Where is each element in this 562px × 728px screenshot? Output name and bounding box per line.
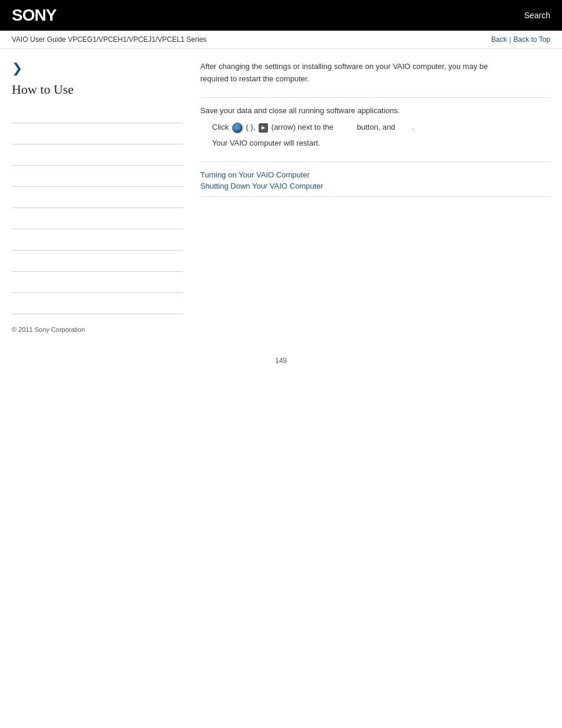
sidebar-nav-link[interactable]: [12, 172, 14, 180]
list-item: [12, 144, 183, 166]
list-item: [12, 208, 183, 229]
step-1-text: Save your data and close all running sof…: [200, 106, 400, 115]
sidebar-nav-link[interactable]: [12, 130, 14, 138]
intro-text-line1: After changing the settings or installin…: [200, 62, 488, 71]
step-2-arrow-text: (arrow) next to the: [272, 123, 334, 131]
arrow-icon: [259, 123, 268, 133]
search-button[interactable]: Search: [524, 11, 550, 20]
list-item: [12, 123, 183, 144]
list-item: [12, 187, 183, 208]
step-1: Save your data and close all running sof…: [200, 105, 550, 117]
list-item: [12, 251, 183, 272]
sidebar-title: How to Use: [12, 82, 183, 97]
sidebar-nav-link[interactable]: [12, 257, 14, 265]
copyright: © 2011 Sony Corporation: [12, 326, 183, 333]
back-link[interactable]: Back: [491, 35, 507, 44]
guide-title: VAIO User Guide VPCEG1/VPCEH1/VPCEJ1/VPC…: [12, 35, 207, 44]
sidebar-nav-link[interactable]: [12, 193, 14, 202]
sidebar: ❯ How to Use © 2011 Sony Corporation: [12, 61, 183, 333]
list-item: [12, 293, 183, 314]
intro-text-line2: required to restart the computer.: [200, 74, 309, 83]
step-2-button-text: button, and: [357, 123, 395, 131]
sidebar-nav-link[interactable]: [12, 236, 14, 244]
content-area: After changing the settings or installin…: [194, 61, 550, 333]
globe-icon: [232, 123, 243, 133]
list-item: [12, 229, 183, 251]
content-section-steps: Save your data and close all running sof…: [200, 97, 550, 150]
step-2: Click ( ), (arrow) next to the button, a…: [200, 121, 550, 134]
sidebar-nav-link[interactable]: [12, 299, 14, 308]
sidebar-nav-link[interactable]: [12, 215, 14, 223]
link-turning-on[interactable]: Turning on Your VAIO Computer: [200, 170, 550, 179]
sidebar-arrow-icon: ❯: [12, 61, 183, 76]
content-bottom-rule: [200, 196, 550, 197]
step-3: Your VAIO computer will restart.: [200, 137, 550, 150]
back-to-top-link[interactable]: Back to Top: [514, 35, 550, 44]
content-links: Turning on Your VAIO Computer Shutting D…: [200, 162, 550, 197]
sidebar-nav-link[interactable]: [12, 108, 14, 117]
main-layout: ❯ How to Use © 2011 Sony Corporation Aft…: [0, 49, 562, 345]
page-number: 149: [0, 345, 562, 377]
list-item: [12, 102, 183, 123]
list-item: [12, 166, 183, 187]
step-3-text: Your VAIO computer will restart.: [212, 139, 320, 147]
sidebar-nav-link[interactable]: [12, 151, 14, 159]
link-shutting-down[interactable]: Shutting Down Your VAIO Computer: [200, 182, 550, 190]
sidebar-nav-link[interactable]: [12, 278, 14, 286]
sidebar-nav: [12, 102, 183, 314]
list-item: [12, 272, 183, 293]
step-2-click: Click: [212, 123, 229, 131]
step-2-suffix: .: [412, 123, 415, 131]
breadcrumb-bar: VAIO User Guide VPCEG1/VPCEH1/VPCEJ1/VPC…: [0, 31, 562, 49]
content-intro: After changing the settings or installin…: [200, 61, 550, 85]
header: SONY Search: [0, 0, 562, 31]
breadcrumb-links: Back | Back to Top: [491, 35, 550, 44]
sony-logo: SONY: [12, 6, 56, 25]
step-2-paren: ( ),: [246, 123, 255, 131]
